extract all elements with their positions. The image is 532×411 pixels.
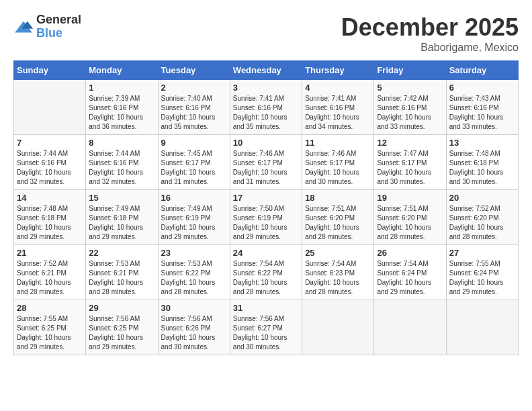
- weekday-header: Saturday: [446, 61, 518, 80]
- day-number: 26: [377, 248, 443, 258]
- day-info: Sunrise: 7:56 AM Sunset: 6:27 PM Dayligh…: [233, 314, 299, 352]
- calendar-cell: 23Sunrise: 7:53 AM Sunset: 6:22 PM Dayli…: [158, 245, 230, 300]
- logo-text-blue: Blue: [36, 27, 81, 40]
- day-number: 31: [233, 303, 299, 313]
- calendar-cell: 11Sunrise: 7:46 AM Sunset: 6:17 PM Dayli…: [302, 135, 374, 190]
- day-number: 6: [449, 83, 515, 93]
- day-number: 5: [377, 83, 443, 93]
- day-info: Sunrise: 7:56 AM Sunset: 6:25 PM Dayligh…: [89, 314, 154, 352]
- calendar-week-row: 1Sunrise: 7:39 AM Sunset: 6:16 PM Daylig…: [14, 80, 519, 135]
- day-info: Sunrise: 7:49 AM Sunset: 6:18 PM Dayligh…: [89, 204, 154, 242]
- weekday-header-row: SundayMondayTuesdayWednesdayThursdayFrid…: [14, 61, 519, 80]
- day-info: Sunrise: 7:46 AM Sunset: 6:17 PM Dayligh…: [305, 149, 371, 187]
- calendar-cell: 8Sunrise: 7:44 AM Sunset: 6:16 PM Daylig…: [86, 135, 158, 190]
- calendar-cell: [14, 80, 86, 135]
- day-number: 2: [161, 83, 227, 93]
- day-info: Sunrise: 7:50 AM Sunset: 6:19 PM Dayligh…: [233, 204, 299, 242]
- day-info: Sunrise: 7:52 AM Sunset: 6:21 PM Dayligh…: [17, 259, 83, 297]
- day-number: 11: [305, 138, 371, 148]
- calendar-week-row: 7Sunrise: 7:44 AM Sunset: 6:16 PM Daylig…: [14, 135, 519, 190]
- calendar-week-row: 14Sunrise: 7:48 AM Sunset: 6:18 PM Dayli…: [14, 190, 519, 245]
- day-info: Sunrise: 7:53 AM Sunset: 6:21 PM Dayligh…: [89, 259, 154, 297]
- day-info: Sunrise: 7:52 AM Sunset: 6:20 PM Dayligh…: [449, 204, 515, 242]
- day-number: 30: [161, 303, 227, 313]
- calendar-cell: 20Sunrise: 7:52 AM Sunset: 6:20 PM Dayli…: [446, 190, 518, 245]
- calendar-cell: 4Sunrise: 7:41 AM Sunset: 6:16 PM Daylig…: [302, 80, 374, 135]
- day-info: Sunrise: 7:56 AM Sunset: 6:26 PM Dayligh…: [161, 314, 227, 352]
- calendar-cell: 7Sunrise: 7:44 AM Sunset: 6:16 PM Daylig…: [14, 135, 86, 190]
- day-number: 9: [161, 138, 227, 148]
- calendar-cell: 9Sunrise: 7:45 AM Sunset: 6:17 PM Daylig…: [158, 135, 230, 190]
- calendar-cell: 30Sunrise: 7:56 AM Sunset: 6:26 PM Dayli…: [158, 300, 230, 355]
- calendar-cell: 14Sunrise: 7:48 AM Sunset: 6:18 PM Dayli…: [14, 190, 86, 245]
- day-number: 3: [233, 83, 299, 93]
- calendar-cell: 22Sunrise: 7:53 AM Sunset: 6:21 PM Dayli…: [86, 245, 158, 300]
- day-info: Sunrise: 7:49 AM Sunset: 6:19 PM Dayligh…: [161, 204, 227, 242]
- weekday-header: Sunday: [14, 61, 86, 80]
- day-info: Sunrise: 7:41 AM Sunset: 6:16 PM Dayligh…: [305, 94, 371, 132]
- calendar-cell: 16Sunrise: 7:49 AM Sunset: 6:19 PM Dayli…: [158, 190, 230, 245]
- calendar-cell: 24Sunrise: 7:54 AM Sunset: 6:22 PM Dayli…: [230, 245, 302, 300]
- day-info: Sunrise: 7:54 AM Sunset: 6:24 PM Dayligh…: [377, 259, 443, 297]
- calendar-cell: 31Sunrise: 7:56 AM Sunset: 6:27 PM Dayli…: [230, 300, 302, 355]
- calendar-cell: 12Sunrise: 7:47 AM Sunset: 6:17 PM Dayli…: [374, 135, 446, 190]
- day-number: 23: [161, 248, 227, 258]
- calendar-cell: [302, 300, 374, 355]
- day-number: 19: [377, 193, 443, 203]
- title-area: December 2025 Baborigame, Mexico: [341, 13, 519, 54]
- logo: General Blue: [13, 13, 81, 40]
- day-info: Sunrise: 7:53 AM Sunset: 6:22 PM Dayligh…: [161, 259, 227, 297]
- header: General Blue December 2025 Baborigame, M…: [13, 13, 519, 54]
- calendar-cell: 29Sunrise: 7:56 AM Sunset: 6:25 PM Dayli…: [86, 300, 158, 355]
- calendar-cell: 15Sunrise: 7:49 AM Sunset: 6:18 PM Dayli…: [86, 190, 158, 245]
- day-number: 17: [233, 193, 299, 203]
- day-info: Sunrise: 7:41 AM Sunset: 6:16 PM Dayligh…: [233, 94, 299, 132]
- day-info: Sunrise: 7:40 AM Sunset: 6:16 PM Dayligh…: [161, 94, 227, 132]
- weekday-header: Thursday: [302, 61, 374, 80]
- day-info: Sunrise: 7:44 AM Sunset: 6:16 PM Dayligh…: [89, 149, 154, 187]
- day-info: Sunrise: 7:51 AM Sunset: 6:20 PM Dayligh…: [377, 204, 443, 242]
- day-number: 28: [17, 303, 83, 313]
- day-number: 13: [449, 138, 515, 148]
- day-number: 29: [89, 303, 154, 313]
- day-number: 12: [377, 138, 443, 148]
- logo-text-general: General: [36, 13, 81, 27]
- day-info: Sunrise: 7:55 AM Sunset: 6:25 PM Dayligh…: [17, 314, 83, 352]
- weekday-header: Wednesday: [230, 61, 302, 80]
- calendar-cell: 27Sunrise: 7:55 AM Sunset: 6:24 PM Dayli…: [446, 245, 518, 300]
- day-info: Sunrise: 7:46 AM Sunset: 6:17 PM Dayligh…: [233, 149, 299, 187]
- day-number: 20: [449, 193, 515, 203]
- weekday-header: Friday: [374, 61, 446, 80]
- calendar-cell: 28Sunrise: 7:55 AM Sunset: 6:25 PM Dayli…: [14, 300, 86, 355]
- month-title: December 2025: [341, 13, 519, 42]
- day-number: 15: [89, 193, 154, 203]
- calendar-cell: 5Sunrise: 7:42 AM Sunset: 6:16 PM Daylig…: [374, 80, 446, 135]
- weekday-header: Monday: [86, 61, 158, 80]
- calendar-cell: 26Sunrise: 7:54 AM Sunset: 6:24 PM Dayli…: [374, 245, 446, 300]
- calendar-cell: 6Sunrise: 7:43 AM Sunset: 6:16 PM Daylig…: [446, 80, 518, 135]
- location-title: Baborigame, Mexico: [341, 42, 519, 54]
- calendar-cell: 18Sunrise: 7:51 AM Sunset: 6:20 PM Dayli…: [302, 190, 374, 245]
- calendar-cell: 19Sunrise: 7:51 AM Sunset: 6:20 PM Dayli…: [374, 190, 446, 245]
- day-info: Sunrise: 7:55 AM Sunset: 6:24 PM Dayligh…: [449, 259, 515, 297]
- calendar-cell: 3Sunrise: 7:41 AM Sunset: 6:16 PM Daylig…: [230, 80, 302, 135]
- calendar-cell: 17Sunrise: 7:50 AM Sunset: 6:19 PM Dayli…: [230, 190, 302, 245]
- day-number: 7: [17, 138, 83, 148]
- day-info: Sunrise: 7:48 AM Sunset: 6:18 PM Dayligh…: [449, 149, 515, 187]
- day-info: Sunrise: 7:54 AM Sunset: 6:23 PM Dayligh…: [305, 259, 371, 297]
- calendar-cell: 13Sunrise: 7:48 AM Sunset: 6:18 PM Dayli…: [446, 135, 518, 190]
- calendar-cell: 21Sunrise: 7:52 AM Sunset: 6:21 PM Dayli…: [14, 245, 86, 300]
- day-number: 18: [305, 193, 371, 203]
- day-info: Sunrise: 7:51 AM Sunset: 6:20 PM Dayligh…: [305, 204, 371, 242]
- day-number: 22: [89, 248, 154, 258]
- day-number: 8: [89, 138, 154, 148]
- day-info: Sunrise: 7:43 AM Sunset: 6:16 PM Dayligh…: [449, 94, 515, 132]
- day-info: Sunrise: 7:39 AM Sunset: 6:16 PM Dayligh…: [89, 94, 154, 132]
- day-number: 1: [89, 83, 154, 93]
- day-number: 4: [305, 83, 371, 93]
- day-info: Sunrise: 7:48 AM Sunset: 6:18 PM Dayligh…: [17, 204, 83, 242]
- day-number: 25: [305, 248, 371, 258]
- day-number: 16: [161, 193, 227, 203]
- day-info: Sunrise: 7:45 AM Sunset: 6:17 PM Dayligh…: [161, 149, 227, 187]
- day-info: Sunrise: 7:42 AM Sunset: 6:16 PM Dayligh…: [377, 94, 443, 132]
